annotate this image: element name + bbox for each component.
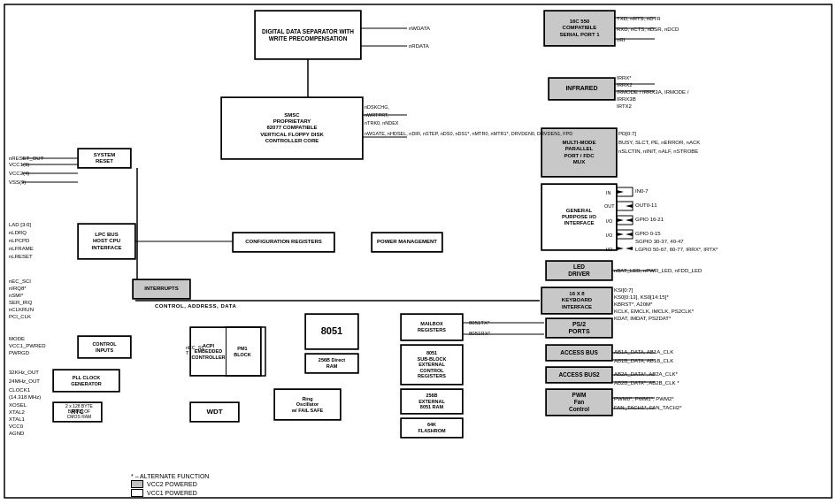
control-addr-data-label: CONTROL, ADDRESS, DATA xyxy=(155,303,236,309)
nrdata-signal: nRDATA xyxy=(409,43,429,49)
system-reset-block: SYSTEM RESET xyxy=(78,149,131,168)
xtal2-signal: XTAL2 xyxy=(9,409,25,415)
fan-tach-signal: FAN_TACH1*, FAN_TACH2* xyxy=(614,405,681,410)
nwrtprt-signal: nWRTPRT, xyxy=(365,112,388,118)
svg-rect-34 xyxy=(617,230,633,239)
nec-sci-signal: nEC_SCI xyxy=(9,279,31,284)
256b-ext-ram-block: 256B EXTERNAL 8051 RAM xyxy=(401,389,463,414)
gpio-out-label: OUT xyxy=(604,203,615,209)
agnd-signal: AGND xyxy=(9,431,24,436)
ab1b-signal: AB1B_DATA, AB1B_CLK xyxy=(614,358,673,363)
busy-slct-signal: BUSY, SLCT, PE, nERROR, nACK xyxy=(618,140,700,145)
gpio-io1-label: I/O xyxy=(606,218,612,224)
pci-clk-signal: PCI_CLK xyxy=(9,314,31,319)
svg-marker-70 xyxy=(617,247,624,250)
vcc2-signal: VCC2(4) xyxy=(9,171,29,176)
access-bus-block: ACCESS BUS xyxy=(546,345,612,361)
smsc-floppy-label: SMSC PROPRIETARY 82077 COMPATIBLE VERTIC… xyxy=(260,112,323,144)
floppy-out-signal: nWGATE, nHDSEL, nDIR, nSTEP, nDS0, nDS1*… xyxy=(365,131,572,137)
out011-signal: OUT0-11 xyxy=(635,202,657,208)
svg-rect-33 xyxy=(617,216,633,225)
xosel-signal: XOSEL xyxy=(9,402,27,408)
gpio-in-label: IN xyxy=(606,190,611,195)
irrx2-signal: IRRX2 xyxy=(617,82,633,88)
svg-marker-68 xyxy=(617,233,624,236)
svg-marker-66 xyxy=(617,218,624,222)
mailbox-block: MAILBOX REGISTERS xyxy=(401,314,463,340)
control-inputs-label: CONTROL INPUTS xyxy=(92,341,116,353)
kclk-signal: KCLK, EMCLK, IMCLK, PS2CLK* xyxy=(614,309,694,314)
24mhz-signal: 24MHz_OUT xyxy=(9,378,40,384)
wdt-block: WDT xyxy=(190,402,239,422)
interrupts-label: INTERRUPTS xyxy=(144,286,178,292)
control-inputs-block: CONTROL INPUTS xyxy=(78,336,131,358)
freq-mhz-signal: (14.318 MHz) xyxy=(9,394,41,400)
nlframe-signal: nLFRAME xyxy=(9,246,34,251)
kdat-signal: KDAT, IMDAT, PS2DAT* xyxy=(614,316,671,321)
legend-vcc2-label: VCC2 POWERED xyxy=(147,481,197,487)
8051-block: 8051 xyxy=(305,314,358,349)
vcc0-signal: VCC0 xyxy=(9,424,23,429)
ab2a-signal: AB2A_DATA*, AB2A_CLK* xyxy=(614,371,678,377)
nirq8-signal: nIRQ8* xyxy=(9,286,27,291)
lgpio-signal: LGPIO 50-67, 60-77, IRRX*, IRTX* xyxy=(635,247,718,252)
svg-marker-71 xyxy=(626,247,633,250)
pwm-fan-label: PWM Fan Control xyxy=(569,392,589,412)
lpc-bus-block: LPC BUS HOST CPU INTERFACE xyxy=(78,224,135,259)
gpio1621-signal: GPIO 16-21 xyxy=(635,217,664,222)
legend-vcc1-label: VCC1 POWERED xyxy=(147,490,197,496)
pm1-label: PM1 BLOCK xyxy=(234,346,251,357)
svg-marker-67 xyxy=(626,218,633,222)
sgpio-signal: SGPIO 30-37, 40-47 xyxy=(635,239,684,244)
pll-clock-label: PLL CLOCK GENERATOR xyxy=(71,375,102,386)
irrx-signal: IRRX* xyxy=(617,75,632,80)
interrupts-block: INTERRUPTS xyxy=(133,279,190,299)
svg-rect-31 xyxy=(617,187,633,196)
system-reset-label: SYSTEM RESET xyxy=(94,152,116,164)
serial-port-label: 16C 550 COMPATIBLE SERIAL PORT 1 xyxy=(559,19,599,38)
ring-osc-label: Ring Oscillator w/ FAIL SAFE xyxy=(292,396,323,414)
led-signal: nBAT_LED, nPWR_LED, nFDD_LED xyxy=(614,268,702,273)
mode-signal: MODE xyxy=(9,336,25,341)
8051-sub-label: 8051 SUB-BLOCK EXTERNAL CONTROL REGISTER… xyxy=(418,350,447,379)
rtc-desc-label: 2 x 128 BYTE BANKS OF CMOS RAM xyxy=(55,403,104,419)
parallel-port-label: MULTI-MODE PARALLEL PORT / FDC MUX xyxy=(563,140,596,165)
pwm-fan-block: PWM Fan Control xyxy=(546,389,612,416)
gpio015-signal: GPIO 0-15 xyxy=(635,231,661,236)
vss-signal: VSS(9) xyxy=(9,179,26,185)
legend-vcc2-box xyxy=(131,480,143,488)
8051rx-signal: 8051RX* xyxy=(469,331,490,336)
infrared-block: INFRARED xyxy=(549,78,615,100)
nlpcpd-signal: nLPCPD xyxy=(9,238,29,243)
ksi-signal: KSI[0:7] xyxy=(614,287,633,293)
irrx3b-signal: IRRX3B xyxy=(617,96,636,102)
clock1-signal: CLOCK1 xyxy=(9,387,30,393)
gpio-label: GENERAL PURPOSE I/O INTERFACE xyxy=(562,208,596,227)
ring-oscillator-block: Ring Oscillator w/ FAIL SAFE xyxy=(274,389,341,420)
nsmi-signal: nSMI* xyxy=(9,293,23,298)
vcc1-pwr-signal: VCC1_PWRED xyxy=(9,343,46,348)
256b-ram-label: 256B Direct RAM xyxy=(319,357,345,369)
kbrst-signal: KBRST*, A20M* xyxy=(614,302,652,307)
flashrom-block: 64K FLASHROM xyxy=(401,418,463,438)
lad-signal: LAD [3:0] xyxy=(9,222,31,227)
nwdata-signal: nWDATA xyxy=(409,26,430,31)
svg-marker-64 xyxy=(617,190,624,194)
nclkrun-signal: nCLKRUN xyxy=(9,307,34,312)
power-management-label: POWER MANAGEMENT xyxy=(377,239,437,245)
ab2b-signal: AB2B_DATA*, AB2B_CLK * xyxy=(614,380,679,386)
config-registers-block: CONFIGURATION REGISTERS xyxy=(233,233,334,252)
wdt-label: WDT xyxy=(206,408,222,416)
8051tx-signal: 8051TX* xyxy=(469,320,489,325)
power-management-block: POWER MANAGEMENT xyxy=(372,233,442,252)
32khz-signal: 32KHz_OUT xyxy=(9,370,39,375)
dds-label: DIGITAL DATA SEPARATOR WITH WRITE PRECOM… xyxy=(256,28,360,42)
256b-ram-block: 256B Direct RAM xyxy=(305,354,358,373)
led-driver-label: LED DRIVER xyxy=(568,263,590,278)
rxd-signal: RXD, nCTS, nDSR, nDCD xyxy=(617,27,679,32)
legend-vcc1-box xyxy=(131,489,143,497)
256b-ext-ram-label: 256B EXTERNAL 8051 RAM xyxy=(418,393,445,410)
ps2-ports-block: PS/2 PORTS xyxy=(546,318,612,338)
gpio-io2-label: I/O xyxy=(606,233,612,238)
pwrgd-signal: PWRGD xyxy=(9,350,29,355)
